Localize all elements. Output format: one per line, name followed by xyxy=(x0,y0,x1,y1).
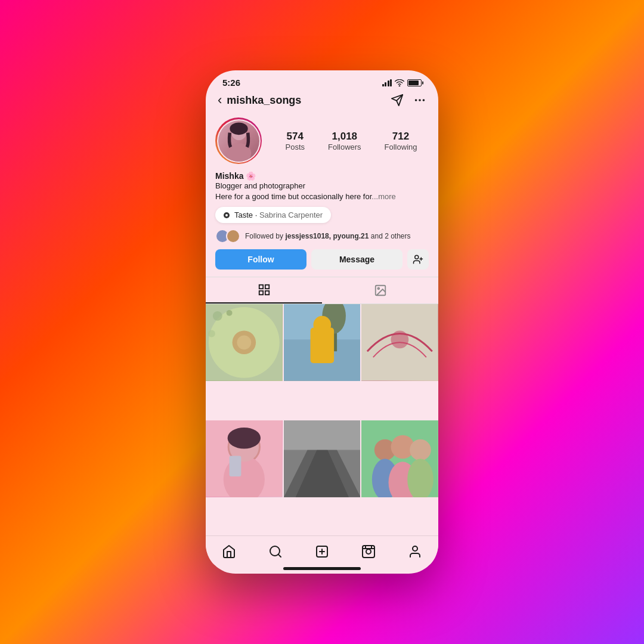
followers-label: Followers xyxy=(328,143,361,151)
action-buttons: Follow Message xyxy=(215,249,429,270)
nav-reels[interactable] xyxy=(354,541,383,562)
svg-point-21 xyxy=(227,310,233,316)
add-friend-button[interactable] xyxy=(407,249,429,270)
stat-following[interactable]: 712 Following xyxy=(385,131,417,151)
svg-point-23 xyxy=(233,331,256,355)
svg-point-22 xyxy=(208,330,215,338)
battery-icon xyxy=(407,79,422,86)
grid-photo-2[interactable] xyxy=(284,304,361,381)
posts-count: 574 xyxy=(287,131,304,143)
add-person-icon xyxy=(413,254,423,265)
follower-avatars xyxy=(215,229,240,243)
posts-label: Posts xyxy=(285,143,305,151)
svg-rect-41 xyxy=(361,420,438,497)
message-button[interactable]: Message xyxy=(311,249,402,270)
svg-rect-25 xyxy=(284,304,361,381)
svg-rect-40 xyxy=(284,420,361,450)
search-icon xyxy=(268,544,283,559)
bio-line1: Blogger and photographer xyxy=(215,181,305,190)
svg-point-24 xyxy=(237,336,251,350)
svg-point-34 xyxy=(228,431,261,463)
stat-followers[interactable]: 1,018 Followers xyxy=(328,131,361,151)
create-icon xyxy=(315,544,329,559)
svg-point-42 xyxy=(374,439,396,461)
profile-icon xyxy=(408,544,422,559)
nav-search[interactable] xyxy=(261,541,290,562)
nav-home[interactable] xyxy=(215,541,243,562)
followers-count: 1,018 xyxy=(332,131,358,143)
home-indicator xyxy=(283,567,361,570)
tab-bar xyxy=(206,277,438,304)
svg-point-8 xyxy=(230,122,247,135)
svg-rect-27 xyxy=(331,316,337,351)
svg-rect-38 xyxy=(230,456,242,477)
followed-by: Followed by jessjess1018, pyoung.21 and … xyxy=(215,229,429,243)
status-icons xyxy=(382,79,422,86)
nav-username: mishka_songs xyxy=(227,94,391,107)
nav-profile[interactable] xyxy=(401,541,429,562)
profile-top: 574 Posts 1,018 Followers 712 Following xyxy=(215,117,429,164)
status-time: 5:26 xyxy=(222,78,240,88)
svg-point-19 xyxy=(209,307,280,378)
nav-actions xyxy=(391,94,426,107)
svg-point-30 xyxy=(313,316,331,334)
signal-icon xyxy=(382,79,392,86)
svg-point-4 xyxy=(423,99,425,101)
svg-rect-53 xyxy=(363,546,374,558)
music-song: Taste · Sabrina Carpenter xyxy=(234,210,323,219)
home-icon xyxy=(222,544,236,559)
stat-posts[interactable]: 574 Posts xyxy=(285,131,305,151)
svg-point-44 xyxy=(410,439,431,461)
photo-grid xyxy=(206,304,438,535)
svg-point-37 xyxy=(228,428,261,449)
following-count: 712 xyxy=(392,131,409,143)
bio-more[interactable]: ...more xyxy=(371,192,395,201)
svg-point-9 xyxy=(415,256,419,259)
bottom-nav xyxy=(206,535,438,565)
bio-line2: Here for a good time but occasionally he… xyxy=(215,192,371,201)
svg-point-32 xyxy=(391,331,409,349)
svg-rect-13 xyxy=(265,285,268,289)
grid-icon xyxy=(258,283,271,296)
wifi-icon xyxy=(395,79,404,86)
svg-point-28 xyxy=(322,304,346,333)
following-label: Following xyxy=(385,143,417,151)
svg-rect-12 xyxy=(259,285,262,289)
svg-point-58 xyxy=(413,546,417,551)
svg-point-2 xyxy=(415,99,417,101)
svg-point-3 xyxy=(419,99,421,101)
music-pill[interactable]: Taste · Sabrina Carpenter xyxy=(215,207,331,223)
svg-point-35 xyxy=(224,456,265,497)
svg-point-45 xyxy=(372,459,398,497)
followed-by-text: Followed by jessjess1018, pyoung.21 and … xyxy=(245,232,411,240)
svg-rect-14 xyxy=(259,291,262,295)
profile-name: Mishka 🌸 xyxy=(215,171,429,181)
grid-photo-5[interactable] xyxy=(284,420,361,497)
svg-rect-39 xyxy=(284,420,361,497)
more-icon[interactable] xyxy=(413,94,426,107)
follow-button[interactable]: Follow xyxy=(215,249,306,270)
tab-tagged[interactable] xyxy=(322,277,438,304)
back-button[interactable]: ‹ xyxy=(218,92,222,108)
followed-suffix: and 2 others xyxy=(369,232,410,240)
bio-text: Blogger and photographer Here for a good… xyxy=(215,181,429,202)
followed-names: jessjess1018, pyoung.21 xyxy=(285,232,369,240)
grid-photo-3[interactable] xyxy=(361,304,438,381)
svg-rect-18 xyxy=(206,304,283,381)
avatar[interactable] xyxy=(215,117,262,164)
grid-photo-1[interactable] xyxy=(206,304,283,381)
status-bar: 5:26 xyxy=(206,70,438,90)
grid-photo-6[interactable] xyxy=(361,420,438,497)
follower-avatar-2 xyxy=(226,229,240,243)
nav-create[interactable] xyxy=(308,541,336,562)
svg-point-43 xyxy=(391,435,415,459)
svg-rect-15 xyxy=(265,291,268,295)
profile-section: 574 Posts 1,018 Followers 712 Following … xyxy=(206,113,438,277)
svg-line-49 xyxy=(278,555,281,557)
bio-section: Mishka 🌸 Blogger and photographer Here f… xyxy=(215,171,429,202)
tab-grid[interactable] xyxy=(206,277,322,304)
send-icon[interactable] xyxy=(391,94,404,107)
music-icon xyxy=(224,212,230,218)
grid-photo-4[interactable] xyxy=(206,420,283,497)
nav-header: ‹ mishka_songs xyxy=(206,90,438,113)
